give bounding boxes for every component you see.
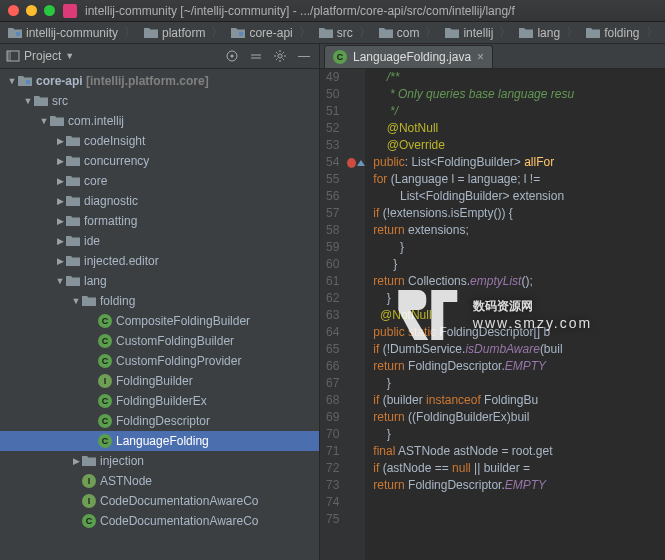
tree-label: codeInsight [84,134,145,148]
folder-icon [50,115,64,127]
minimize-window-button[interactable] [26,5,37,16]
tree-label: FoldingBuilder [116,374,193,388]
tree-twistie[interactable]: ▼ [70,296,82,306]
tree-row[interactable]: ▼com.intellij [0,111,319,131]
tree-label: src [52,94,68,108]
breadcrumb-item[interactable]: Cf〉 [662,24,666,41]
window-titlebar: intellij-community [~/intellij-community… [0,0,665,22]
class-icon: C [98,414,112,428]
editor-tab[interactable]: C LanguageFolding.java × [324,45,493,68]
tree-twistie[interactable]: ▼ [38,116,50,126]
tree-row[interactable]: ▼core-api [intellij.platform.core] [0,71,319,91]
tree-row[interactable]: CCustomFoldingBuilder [0,331,319,351]
tree-row[interactable]: CFoldingDescriptor [0,411,319,431]
folder-icon [66,215,80,227]
tree-twistie[interactable]: ▼ [6,76,18,86]
tree-twistie[interactable]: ▶ [54,256,66,266]
tree-row[interactable]: ▶concurrency [0,151,319,171]
tree-row[interactable]: ▶ide [0,231,319,251]
tree-row[interactable]: CCodeDocumentationAwareCo [0,511,319,531]
tree-row[interactable]: ▶injection [0,451,319,471]
tree-label: com.intellij [68,114,124,128]
scroll-target-icon[interactable] [223,47,241,65]
interface-icon: I [82,494,96,508]
tree-twistie[interactable]: ▶ [54,236,66,246]
class-icon: C [98,394,112,408]
tree-twistie[interactable]: ▼ [22,96,34,106]
gutter-icons [347,69,365,560]
tree-row[interactable]: ▶diagnostic [0,191,319,211]
breadcrumb-item[interactable]: core-api〉 [227,24,314,41]
svg-rect-1 [239,32,243,36]
tree-row[interactable]: ▶injected.editor [0,251,319,271]
class-icon: C [98,334,112,348]
tree-row[interactable]: ▶core [0,171,319,191]
project-tree[interactable]: ▼core-api [intellij.platform.core]▼src▼c… [0,69,319,560]
tree-twistie[interactable]: ▶ [54,216,66,226]
collapse-all-icon[interactable] [247,47,265,65]
editor-tabs: C LanguageFolding.java × [320,44,665,69]
tree-twistie[interactable]: ▶ [54,176,66,186]
tab-label: LanguageFolding.java [353,50,471,64]
tree-twistie[interactable]: ▶ [54,196,66,206]
code-content[interactable]: /** * Only queries base language resu */… [365,69,574,560]
tree-row[interactable]: ICodeDocumentationAwareCo [0,491,319,511]
tree-row[interactable]: ▶codeInsight [0,131,319,151]
tree-row[interactable]: CCustomFoldingProvider [0,351,319,371]
breadcrumb-item[interactable]: lang〉 [515,24,582,41]
tree-twistie[interactable]: ▶ [54,136,66,146]
editor-pane: C LanguageFolding.java × 495051525354555… [320,44,665,560]
implements-gutter-icon[interactable] [357,160,365,166]
close-window-button[interactable] [8,5,19,16]
tree-label: ide [84,234,100,248]
tree-label: FoldingBuilderEx [116,394,207,408]
breadcrumb-item[interactable]: folding〉 [582,24,661,41]
breadcrumb-item[interactable]: com〉 [375,24,442,41]
tree-twistie[interactable]: ▼ [54,276,66,286]
tree-label: injection [100,454,144,468]
tree-row[interactable]: CFoldingBuilderEx [0,391,319,411]
svg-rect-0 [16,32,20,36]
class-icon: C [333,50,347,64]
tree-label: CompositeFoldingBuilder [116,314,250,328]
code-editor[interactable]: 4950515253545556575859606162636465666768… [320,69,665,560]
navigation-breadcrumb: intellij-community〉platform〉core-api〉src… [0,22,665,44]
folder-icon [34,95,48,107]
tree-row[interactable]: ▼lang [0,271,319,291]
svg-rect-7 [26,80,30,84]
svg-point-6 [278,54,282,58]
tree-row[interactable]: IFoldingBuilder [0,371,319,391]
tree-row[interactable]: ▶formatting [0,211,319,231]
tree-row[interactable]: CCompositeFoldingBuilder [0,311,319,331]
hide-toolwindow-icon[interactable]: — [295,47,313,65]
tree-label: injected.editor [84,254,159,268]
tree-twistie[interactable]: ▶ [54,156,66,166]
folder-icon [82,295,96,307]
toolwindow-header: Project ▼ — [0,44,319,69]
zoom-window-button[interactable] [44,5,55,16]
class-icon: C [98,354,112,368]
tree-row[interactable]: IASTNode [0,471,319,491]
class-icon: C [98,434,112,448]
folder-icon [82,455,96,467]
tree-row[interactable]: ▼folding [0,291,319,311]
breadcrumb-item[interactable]: intellij-community〉 [4,24,140,41]
tree-label: core [84,174,107,188]
close-tab-icon[interactable]: × [477,50,484,64]
breadcrumb-item[interactable]: platform〉 [140,24,227,41]
module-icon [18,75,32,87]
tree-row[interactable]: ▼src [0,91,319,111]
toolwindow-title[interactable]: Project ▼ [6,49,74,63]
line-number-gutter: 4950515253545556575859606162636465666768… [320,69,347,560]
tree-label: CodeDocumentationAwareCo [100,494,259,508]
override-gutter-icon[interactable] [347,158,356,168]
breadcrumb-item[interactable]: intellij〉 [441,24,515,41]
class-icon: C [98,314,112,328]
settings-gear-icon[interactable] [271,47,289,65]
breadcrumb-item[interactable]: src〉 [315,24,375,41]
folder-icon [66,135,80,147]
svg-rect-3 [7,51,11,61]
tree-row[interactable]: CLanguageFolding [0,431,319,451]
tree-label: core-api [intellij.platform.core] [36,74,209,88]
tree-twistie[interactable]: ▶ [70,456,82,466]
